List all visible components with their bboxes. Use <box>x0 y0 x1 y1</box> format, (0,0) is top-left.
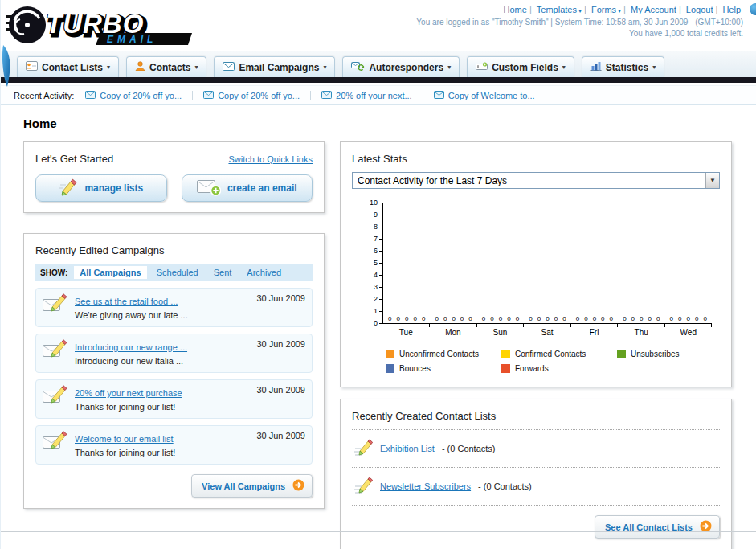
tab-contact-lists[interactable]: Contact Lists ▾ <box>17 56 119 77</box>
main-content: Home Let's Get Started Switch to Quick L… <box>1 105 756 549</box>
y-tick-label: 4 <box>374 272 382 279</box>
top-link-my-account[interactable]: My Account <box>631 5 676 14</box>
stats-period-select[interactable]: Contact Activity for the Last 7 Days ▼ <box>352 172 720 189</box>
bar-value-label: 0 <box>648 315 652 322</box>
recent-activity-item[interactable]: Copy of 20% off yo... <box>85 91 193 100</box>
chart-category-group: 00000 <box>665 203 712 323</box>
page-bottom-rule <box>1 531 756 532</box>
pencil-list-icon <box>353 477 373 496</box>
right-column: Latest Stats Contact Activity for the La… <box>340 141 732 549</box>
top-link-help[interactable]: Help <box>722 5 741 14</box>
recent-activity-text: Copy of 20% off yo... <box>100 91 182 100</box>
autoresponders-icon <box>351 61 365 73</box>
chart-category-group: 00000 <box>383 203 430 323</box>
tab-label: Contact Lists <box>42 62 103 73</box>
bar-value-label: 0 <box>656 315 660 322</box>
create-email-button[interactable]: create an email <box>182 174 313 202</box>
email-icon <box>434 91 444 100</box>
y-tick-label: 1 <box>374 308 382 315</box>
recent-activity-item[interactable]: 20% off your next... <box>321 91 423 100</box>
divider <box>352 505 720 506</box>
campaign-date: 30 Jun 2009 <box>256 431 305 440</box>
chart-plot: 00000000000000000000000000000000000 <box>382 203 712 324</box>
campaign-title-link[interactable]: 20% off your next purchase <box>75 388 182 398</box>
main-nav-tabs: Contact Lists ▾ Contacts ▾ Email Campaig… <box>1 51 756 77</box>
bar-value-label: 0 <box>435 315 438 322</box>
envelope-pencil-icon <box>43 293 68 318</box>
campaign-subtitle: We're giving away our late ... <box>75 310 250 320</box>
latest-stats-panel: Latest Stats Contact Activity for the La… <box>340 141 732 387</box>
top-link-templates[interactable]: Templates▾ <box>537 5 582 14</box>
panel-title: Latest Stats <box>352 153 720 165</box>
filter-archived[interactable]: Archived <box>241 266 287 279</box>
bar-value-label: 0 <box>468 315 472 322</box>
decor-dot <box>750 3 756 15</box>
chart-category-group: 00000 <box>477 203 524 323</box>
campaign-title-link[interactable]: Introducing our new range ... <box>75 342 187 352</box>
recent-activity-item[interactable]: Copy of Welcome to... <box>434 91 546 100</box>
campaign-row: Welcome to our email list Thanks for joi… <box>35 425 313 465</box>
tab-email-campaigns[interactable]: Email Campaigns ▾ <box>214 56 335 77</box>
legend-swatch-icon <box>617 350 626 358</box>
filter-all-campaigns[interactable]: All Campaigns <box>74 266 146 279</box>
email-icon <box>203 91 214 100</box>
y-tick-label: 8 <box>374 223 382 231</box>
campaign-subtitle: Introducing our new Italia ... <box>75 356 250 366</box>
logo-swirl-icon <box>9 6 46 43</box>
bar-value-label: 0 <box>640 315 643 322</box>
x-tick-label: Sat <box>524 328 571 337</box>
decor-teardrop <box>1 45 14 92</box>
legend-item: Confirmed Contacts <box>501 350 617 358</box>
bar-value-label: 0 <box>405 315 408 322</box>
tab-autoresponders[interactable]: Autoresponders ▾ <box>342 56 460 77</box>
envelope-pencil-icon <box>43 385 68 409</box>
top-link-forms[interactable]: Forms▾ <box>591 5 621 14</box>
chart-plot-column: 00000000000000000000000000000000000 TueM… <box>382 203 712 337</box>
bar-value-label: 0 <box>396 315 399 322</box>
bar-value-label: 0 <box>686 315 689 322</box>
tab-custom-fields[interactable]: Custom Fields ▾ <box>467 56 574 77</box>
contact-list-row: Newsletter Subscribers - (0 Contacts) <box>352 475 720 498</box>
campaign-title-link[interactable]: Welcome to our email list <box>75 434 174 444</box>
caret-down-icon: ▾ <box>447 64 451 71</box>
bar-value-label: 0 <box>422 315 425 322</box>
panel-title: Recently Created Contact Lists <box>352 410 720 422</box>
x-tick-label: Fri <box>570 328 618 337</box>
chart-x-axis: TueMonSunSatFriThuWed <box>382 328 712 337</box>
campaign-title-link[interactable]: See us at the retail food ... <box>75 297 178 306</box>
switch-quick-links-link[interactable]: Switch to Quick Links <box>228 154 313 164</box>
filter-sent[interactable]: Sent <box>208 266 238 279</box>
see-all-contact-lists-button[interactable]: See All Contact Lists <box>595 515 720 539</box>
bar-value-label: 0 <box>452 315 455 322</box>
contact-list-link[interactable]: Newsletter Subscribers <box>380 481 471 491</box>
recent-activity-item[interactable]: Copy of 20% off yo... <box>203 91 311 100</box>
filter-scheduled[interactable]: Scheduled <box>151 266 204 279</box>
left-column: Let's Get Started Switch to Quick Links … <box>23 141 325 509</box>
envelope-plus-icon <box>197 178 221 199</box>
campaign-row: See us at the retail food ... We're givi… <box>35 288 313 327</box>
tab-contacts[interactable]: Contacts ▾ <box>126 56 206 77</box>
legend-swatch-icon <box>386 350 394 358</box>
bar-value-label: 0 <box>413 315 416 322</box>
bar-value-label: 0 <box>678 315 681 322</box>
recent-campaigns-panel: Recently Edited Campaigns SHOW: All Camp… <box>23 233 325 509</box>
bar-value-label: 0 <box>507 315 510 322</box>
bar-value-label: 0 <box>576 315 579 322</box>
contact-activity-chart: 109876543210 000000000000000000000000000… <box>352 203 720 337</box>
top-link-home[interactable]: Home <box>504 5 527 14</box>
header: TURBO EMAIL TURBO Home| Templates▾| Form… <box>1 0 756 51</box>
y-tick-label: 0 <box>374 320 382 327</box>
contact-list-link[interactable]: Exhibition List <box>380 444 435 453</box>
recent-activity-label: Recent Activity: <box>14 91 74 100</box>
login-info: You are logged in as "Timothy Smith" | S… <box>416 18 743 27</box>
legend-item: Unsubscribes <box>617 350 733 358</box>
contacts-icon <box>135 61 145 73</box>
top-link-logout[interactable]: Logout <box>686 5 713 14</box>
campaign-row: Introducing our new range ... Introducin… <box>35 334 313 373</box>
email-icon <box>85 91 96 100</box>
tab-statistics[interactable]: Statistics ▾ <box>582 56 664 77</box>
x-tick-label: Sun <box>476 328 524 337</box>
view-all-campaigns-button[interactable]: View All Campaigns <box>191 474 313 498</box>
manage-lists-button[interactable]: manage lists <box>35 174 167 202</box>
bar-value-label: 0 <box>670 315 673 322</box>
